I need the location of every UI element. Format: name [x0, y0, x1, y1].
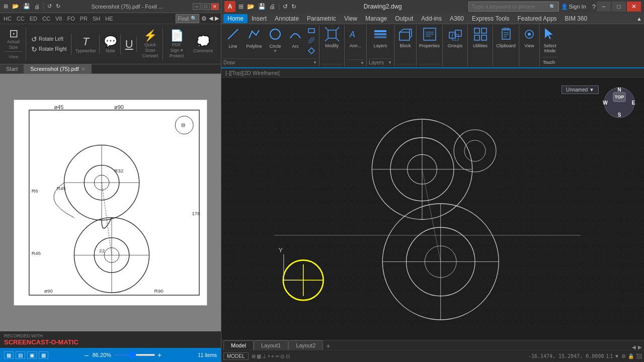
code-ed[interactable]: ED — [28, 16, 39, 22]
acad-search-input[interactable] — [472, 4, 547, 10]
osnap-btn[interactable]: ⌖ — [271, 353, 274, 359]
hatch-btn[interactable] — [306, 36, 317, 46]
circle-dropdown[interactable]: ▼ — [273, 49, 277, 53]
tab-start[interactable]: Start — [0, 64, 24, 73]
draw-expand-icon[interactable]: ▼ — [313, 60, 317, 65]
ann-expand[interactable]: ▼ — [360, 61, 364, 65]
code-sh[interactable]: SH — [91, 16, 102, 22]
undo-btn[interactable]: ↺ — [46, 3, 53, 10]
print-btn[interactable]: 🖨 — [33, 3, 41, 10]
typewriter-btn[interactable]: T — [83, 35, 89, 48]
zoom-in-btn[interactable]: + — [157, 351, 162, 359]
layers-btn[interactable]: Layers — [369, 26, 392, 57]
menu-featured-apps[interactable]: Featured Apps — [514, 14, 561, 23]
lineweight-btn[interactable]: ═ — [275, 353, 279, 359]
acad-view-btn[interactable]: View — [521, 26, 537, 65]
grid-btn[interactable]: ▦ — [257, 353, 261, 359]
menu-bim360[interactable]: BIM 360 — [561, 14, 592, 23]
menu-addins[interactable]: Add-ins — [417, 14, 446, 23]
block-btn[interactable]: Block — [396, 26, 414, 63]
circle-btn[interactable] — [267, 26, 283, 44]
region-btn[interactable] — [306, 46, 317, 56]
add-layout-btn[interactable]: + — [323, 342, 333, 350]
view-multi1-btn[interactable]: ▤ — [16, 351, 25, 359]
clipboard-btn[interactable]: Clipboard — [495, 26, 517, 65]
menu-home[interactable]: Home — [223, 14, 248, 23]
tab-model[interactable]: Model — [223, 340, 254, 350]
menu-manage[interactable]: Manage — [361, 14, 391, 23]
view-multi2-btn[interactable]: ▣ — [27, 351, 37, 359]
acad-help-btn[interactable]: ? — [592, 2, 596, 12]
code-cc2[interactable]: CC — [41, 16, 52, 22]
tab-scroll-right[interactable]: ▶ — [638, 344, 642, 350]
groups-btn[interactable]: Groups — [445, 26, 465, 65]
select-mode-btn[interactable]: SelectMode — [542, 26, 558, 56]
comment-btn[interactable]: 💭 — [196, 35, 210, 48]
code-cc[interactable]: CC — [15, 16, 26, 22]
lock-btn[interactable]: 🔒 — [628, 353, 634, 359]
annotation-scale-btn[interactable]: 1:1 ▼ — [606, 353, 619, 359]
nav-left-btn[interactable]: ◀ — [209, 15, 213, 22]
quick-convert-btn[interactable]: ⚡ — [143, 29, 157, 42]
code-vii[interactable]: VII — [54, 16, 63, 22]
polyline-btn[interactable] — [246, 26, 262, 44]
view-label-btn[interactable]: Unnamed ▼ — [561, 85, 599, 94]
tab-pdf[interactable]: Screenshot (75).pdf ✕ — [24, 64, 92, 73]
code-fo[interactable]: FO — [65, 16, 76, 22]
tab-layout1[interactable]: Layout1 — [254, 340, 288, 350]
minimize-btn[interactable]: – — [193, 3, 201, 10]
arc-btn[interactable] — [287, 26, 303, 44]
ann-btn[interactable]: A Ann... — [347, 26, 364, 58]
code-hc[interactable]: HC — [2, 16, 13, 22]
zoom-slider[interactable] — [115, 354, 155, 356]
acad-open-btn[interactable]: 📂 — [246, 3, 256, 11]
acad-print-btn[interactable]: 🖨 — [268, 3, 276, 11]
ortho-btn[interactable]: ⊥ — [262, 353, 267, 359]
selection-btn[interactable]: ⊡ — [286, 353, 290, 359]
acad-redo-btn[interactable]: ↻ — [290, 3, 297, 11]
menu-insert[interactable]: Insert — [248, 14, 271, 23]
tab-layout2[interactable]: Layout2 — [288, 340, 323, 350]
properties-btn[interactable]: Properties — [419, 26, 440, 63]
maximize-btn[interactable]: □ — [202, 3, 210, 10]
settings-btn[interactable]: ⚙ — [201, 15, 207, 22]
tab-close-btn[interactable]: ✕ — [81, 66, 85, 72]
polar-btn[interactable]: + — [268, 353, 271, 359]
cad-canvas[interactable]: Y TOP N — [221, 78, 644, 340]
close-window-btn[interactable]: ✕ — [211, 3, 219, 10]
open-btn[interactable]: 📂 — [11, 3, 21, 10]
ribbon-expand-btn[interactable]: ▲ — [636, 16, 642, 22]
actual-size-btn[interactable]: ⊡ — [9, 28, 18, 39]
menu-view[interactable]: View — [340, 14, 361, 23]
menu-annotate[interactable]: Annotate — [271, 14, 303, 23]
acad-save-btn[interactable]: 💾 — [257, 3, 267, 11]
layers-expand[interactable]: ▼ — [388, 60, 392, 65]
code-pr[interactable]: PR — [78, 16, 89, 22]
nav-right-btn[interactable]: ▶ — [215, 15, 219, 22]
note-btn[interactable]: 💬 — [104, 35, 117, 48]
acad-close-btn[interactable]: ✕ — [627, 2, 641, 12]
acad-minimize-btn[interactable]: – — [597, 2, 611, 12]
modify-btn[interactable]: Modify — [321, 26, 342, 63]
menu-parametric[interactable]: Parametric — [303, 14, 340, 23]
menu-a360[interactable]: A360 — [446, 14, 468, 23]
pdf-sign-btn[interactable]: 📄 — [170, 29, 184, 42]
view-multi3-btn[interactable]: ▦ — [39, 351, 48, 359]
search-btn[interactable]: 🔍 — [191, 16, 197, 21]
workspace-btn[interactable]: ⚙ — [621, 353, 626, 359]
menu-express-tools[interactable]: Express Tools — [468, 14, 513, 23]
acad-restore-btn[interactable]: □ — [612, 2, 626, 12]
zoom-out-btn[interactable]: – — [85, 351, 89, 359]
grid-snap-btn[interactable]: ⊞ — [252, 353, 256, 359]
u-btn[interactable]: U — [125, 38, 133, 51]
utilities-btn[interactable]: Utilities — [470, 26, 491, 65]
rotate-right-btn[interactable]: ↻ Rotate Right — [30, 44, 68, 54]
hardware-btn[interactable]: ⬛ — [636, 353, 642, 359]
tab-scroll-left[interactable]: ◀ — [632, 344, 636, 350]
rotate-left-btn[interactable]: ↺ Rotate Left — [30, 34, 64, 44]
rectangle-btn[interactable] — [306, 26, 317, 35]
code-he[interactable]: HE — [104, 16, 114, 22]
view-single-btn[interactable]: ▦ — [4, 351, 14, 359]
sign-in-btn[interactable]: 👤 Sign In — [561, 4, 586, 10]
acad-undo-btn[interactable]: ↺ — [282, 3, 289, 11]
